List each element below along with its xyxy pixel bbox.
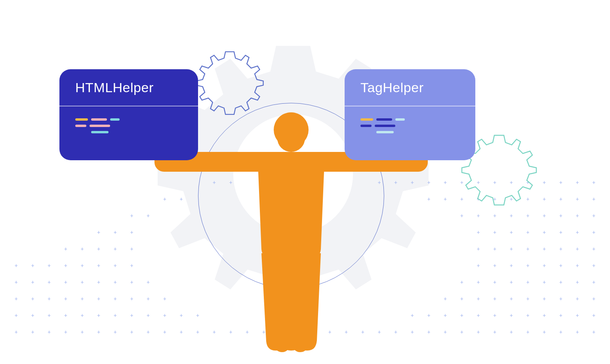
htmlhelper-card-header: HTMLHelper <box>59 69 198 106</box>
htmlhelper-card: HTMLHelper <box>59 69 198 160</box>
taghelper-card-header: TagHelper <box>345 69 475 106</box>
taghelper-card: TagHelper <box>345 69 475 160</box>
taghelper-code-body <box>345 106 475 149</box>
gear-blue-icon <box>194 47 265 119</box>
taghelper-card-title: TagHelper <box>360 80 423 95</box>
svg-point-3 <box>274 112 309 147</box>
diagram-canvas: ++++++++++++++++++++++++++++++++++++++++… <box>0 0 610 364</box>
htmlhelper-card-title: HTMLHelper <box>75 80 154 95</box>
htmlhelper-code-body <box>59 106 198 149</box>
